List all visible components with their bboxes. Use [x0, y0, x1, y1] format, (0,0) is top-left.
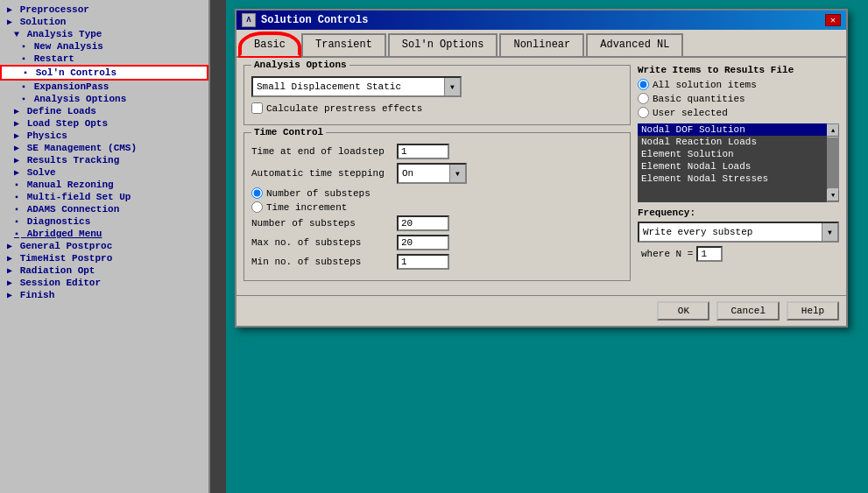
dialog-tabs: Basic Transient Sol'n Options Nonlinear …: [236, 30, 846, 58]
expand-icon: ▶: [7, 278, 12, 288]
num-substeps-input[interactable]: [397, 215, 449, 231]
expand-icon: ▶: [14, 144, 19, 153]
all-solution-radio[interactable]: [638, 79, 649, 90]
sidebar-item-timehist[interactable]: ▶ TimeHist Postpro: [0, 252, 208, 264]
time-at-end-input[interactable]: [397, 144, 449, 159]
sidebar-item-preprocessor[interactable]: ▶ Preprocessor: [0, 4, 208, 16]
expand-icon: ▶: [7, 5, 12, 15]
solution-controls-dialog: Λ Solution Controls ✕ Basic Transient So…: [235, 9, 848, 327]
max-substeps-label: Max no. of substeps: [251, 237, 392, 248]
auto-time-arrow-icon[interactable]: ▼: [449, 165, 465, 182]
dropdown-arrow-icon[interactable]: ▼: [444, 78, 460, 95]
time-control-content: Time at end of loadstep Automatic time s…: [244, 140, 630, 280]
scroll-up-arrow[interactable]: ▲: [827, 124, 839, 137]
sidebar-item-session-editor[interactable]: ▶ Session Editor: [0, 277, 208, 289]
listbox-item-nodal-reaction[interactable]: Nodal Reaction Loads: [638, 136, 827, 148]
num-substeps-radio[interactable]: [251, 187, 263, 199]
expand-icon: ▶: [14, 156, 19, 166]
sidebar-item-solution[interactable]: ▶ Solution: [0, 16, 208, 28]
sidebar-item-radiation[interactable]: ▶ Radiation Opt: [0, 264, 208, 277]
help-button[interactable]: Help: [787, 301, 839, 320]
dialog-title: Solution Controls: [261, 14, 368, 26]
sidebar-item-expansionpass[interactable]: ▪ ExpansionPass: [0, 81, 208, 93]
analysis-type-dropdown[interactable]: Small Displacement Static ▼: [251, 76, 462, 97]
auto-time-value: On: [399, 166, 449, 180]
tab-nonlinear[interactable]: Nonlinear: [499, 33, 584, 56]
dialog-body: Analysis Options Small Displacement Stat…: [236, 58, 846, 295]
time-at-end-label: Time at end of loadstep: [251, 146, 392, 157]
user-selected-radio[interactable]: [638, 107, 649, 118]
item-icon: ▪: [21, 95, 26, 104]
item-icon: ▪: [14, 193, 19, 202]
item-icon: ▪: [14, 217, 19, 227]
sidebar-item-general-postproc[interactable]: ▶ General Postproc: [0, 240, 208, 252]
sidebar-item-restart[interactable]: ▪ Restart: [0, 53, 208, 65]
time-increment-radio[interactable]: [251, 201, 263, 213]
write-items-listbox-wrapper: Nodal DOF Solution Nodal Reaction Loads …: [638, 123, 839, 202]
sidebar-item-finish[interactable]: ▶ Finish: [0, 289, 208, 301]
item-icon: ▪: [14, 229, 19, 239]
sidebar-item-diagnostics[interactable]: ▪ Diagnostics: [0, 215, 208, 228]
sidebar-item-analysis-type[interactable]: ▼ Analysis Type: [0, 28, 208, 40]
dialog-titlebar: Λ Solution Controls ✕: [236, 11, 846, 30]
where-n-input[interactable]: [696, 246, 723, 262]
right-panel: Write Items to Results File All solution…: [638, 65, 839, 288]
expand-icon: ▶: [7, 242, 12, 251]
scroll-down-arrow[interactable]: ▼: [827, 189, 839, 201]
auto-time-dropdown[interactable]: On ▼: [397, 163, 467, 184]
basic-quantities-radio[interactable]: [638, 93, 649, 104]
frequency-label: Frequency:: [638, 208, 839, 218]
sidebar-item-define-loads[interactable]: ▶ Define Loads: [0, 105, 208, 117]
tab-transient[interactable]: Transient: [301, 33, 386, 56]
all-solution-radio-row: All solution items: [638, 79, 839, 90]
max-substeps-input[interactable]: [397, 235, 449, 250]
expand-icon: ▶: [14, 107, 19, 116]
analysis-options-title: Analysis Options: [251, 60, 349, 70]
sidebar-item-multi-field[interactable]: ▪ Multi-field Set Up: [0, 191, 208, 203]
analysis-options-content: Small Displacement Static ▼ Calculate pr…: [244, 73, 630, 124]
sidebar-item-analysis-options[interactable]: ▪ Analysis Options: [0, 93, 208, 105]
min-substeps-label: Min no. of substeps: [251, 257, 392, 267]
write-items-title: Write Items to Results File: [638, 65, 839, 75]
cancel-button[interactable]: Cancel: [716, 301, 780, 320]
sidebar-item-load-step-opts[interactable]: ▶ Load Step Opts: [0, 117, 208, 130]
expand-icon: ▶: [14, 131, 19, 141]
ok-button[interactable]: OK: [657, 301, 709, 320]
sidebar-item-soln-controls[interactable]: ▪ Sol'n Controls: [0, 65, 208, 81]
app-icon: Λ: [242, 13, 256, 27]
listbox-scrollbar[interactable]: ▲ ▼: [827, 123, 839, 202]
prestress-checkbox[interactable]: [251, 102, 263, 114]
sidebar-item-se-management[interactable]: ▶ SE Management (CMS): [0, 142, 208, 154]
scroll-track: [828, 137, 838, 188]
expand-icon: ▶: [7, 18, 12, 27]
listbox-item-element-nodal-stresses[interactable]: Element Nodal Stresses: [638, 173, 827, 185]
sidebar-item-physics[interactable]: ▶ Physics: [0, 130, 208, 142]
sidebar-item-adams[interactable]: ▪ ADAMS Connection: [0, 203, 208, 215]
sidebar-item-new-analysis[interactable]: ▪ New Analysis: [0, 40, 208, 53]
tab-basic[interactable]: Basic: [240, 33, 300, 56]
max-substeps-row: Max no. of substeps: [251, 235, 623, 250]
frequency-dropdown[interactable]: Write every substep ▼: [638, 222, 839, 243]
sidebar-item-abridged-menu[interactable]: ▪ Abridged Menu: [0, 228, 208, 240]
item-icon: ▪: [23, 68, 28, 78]
frequency-value: Write every substep: [639, 225, 822, 239]
listbox-item-element-solution[interactable]: Element Solution: [638, 148, 827, 160]
tab-advanced-nl[interactable]: Advanced NL: [586, 33, 683, 56]
listbox-item-nodal-dof[interactable]: Nodal DOF Solution: [638, 123, 827, 136]
dark-divider: [210, 0, 226, 493]
item-icon: ▪: [21, 42, 26, 52]
sidebar-item-solve[interactable]: ▶ Solve: [0, 166, 208, 179]
sidebar-item-manual-rezoning[interactable]: ▪ Manual Rezoning: [0, 179, 208, 191]
min-substeps-input[interactable]: [397, 254, 449, 270]
prestress-checkbox-row: Calculate prestress effects: [251, 102, 623, 114]
frequency-arrow-icon[interactable]: ▼: [822, 223, 837, 241]
expand-icon: ▶: [14, 119, 19, 129]
write-items-listbox[interactable]: Nodal DOF Solution Nodal Reaction Loads …: [638, 123, 827, 202]
close-button[interactable]: ✕: [825, 14, 841, 26]
num-substeps-label: Number of substeps: [251, 218, 392, 229]
sidebar-item-results-tracking[interactable]: ▶ Results Tracking: [0, 154, 208, 166]
time-at-end-row: Time at end of loadstep: [251, 144, 623, 159]
tab-soln-options[interactable]: Sol'n Options: [388, 33, 498, 56]
time-increment-radio-row: Time increment: [251, 201, 623, 213]
listbox-item-element-nodal-loads[interactable]: Element Nodal Loads: [638, 160, 827, 173]
